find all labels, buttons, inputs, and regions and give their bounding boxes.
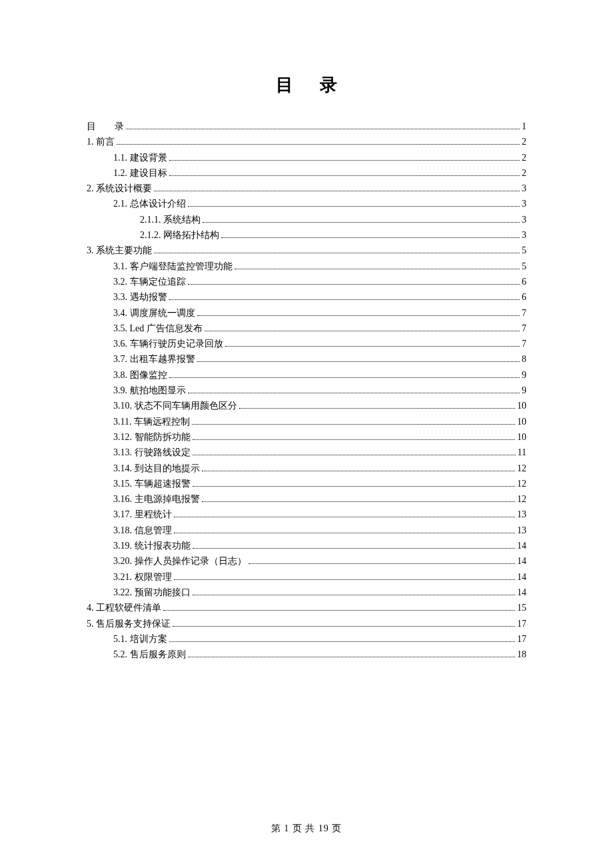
toc-entry-label: 目 录 bbox=[87, 122, 124, 131]
toc-entry-page: 14 bbox=[517, 557, 526, 566]
toc-entry[interactable]: 3.18. 信息管理13 bbox=[87, 526, 526, 535]
toc-entry-page: 3 bbox=[522, 215, 526, 225]
toc-entry[interactable]: 3.19. 统计报表功能14 bbox=[87, 541, 526, 551]
toc-entry-label: 3.19. 统计报表功能 bbox=[113, 541, 191, 551]
toc-entry[interactable]: 3.13. 行驶路线设定11 bbox=[87, 448, 526, 457]
toc-entry[interactable]: 3.2. 车辆定位追踪6 bbox=[87, 277, 526, 287]
toc-entry[interactable]: 3.9. 航拍地图显示9 bbox=[87, 386, 526, 395]
toc-entry-label: 3.7. 出租车越界报警 bbox=[113, 355, 195, 364]
toc-leader-dots bbox=[193, 595, 516, 595]
toc-entry[interactable]: 3.1. 客户端登陆监控管理功能5 bbox=[87, 262, 526, 271]
toc-entry-page: 12 bbox=[517, 495, 526, 504]
toc-leader-dots bbox=[117, 144, 520, 145]
toc-entry[interactable]: 3. 系统主要功能5 bbox=[87, 246, 526, 255]
toc-entry-page: 18 bbox=[517, 650, 526, 659]
toc-leader-dots bbox=[163, 610, 515, 611]
toc-entry[interactable]: 目 录1 bbox=[87, 122, 526, 131]
toc-entry[interactable]: 3.5. Led 广告信息发布7 bbox=[87, 324, 526, 333]
toc-entry-page: 5 bbox=[522, 246, 526, 255]
toc-entry-label: 3.9. 航拍地图显示 bbox=[113, 386, 186, 395]
toc-entry-page: 14 bbox=[517, 588, 526, 597]
toc-entry-label: 3.22. 预留功能接口 bbox=[113, 588, 191, 597]
toc-entry[interactable]: 4. 工程软硬件清单15 bbox=[87, 603, 526, 613]
toc-entry-label: 3.3. 遇劫报警 bbox=[113, 293, 167, 302]
toc-entry-page: 11 bbox=[518, 448, 526, 457]
toc-entry[interactable]: 2.1.2. 网络拓扑结构3 bbox=[87, 231, 526, 240]
toc-entry-label: 3.2. 车辆定位追踪 bbox=[113, 277, 186, 287]
toc-entry[interactable]: 3.16. 主电源掉电报警12 bbox=[87, 495, 526, 504]
toc-entry[interactable]: 1.2. 建设目标2 bbox=[87, 169, 526, 178]
toc-entry[interactable]: 5. 售后服务支持保证17 bbox=[87, 619, 526, 629]
table-of-contents: 目 录11. 前言21.1. 建设背景21.2. 建设目标22. 系统设计概要3… bbox=[87, 122, 526, 659]
toc-entry[interactable]: 3.7. 出租车越界报警8 bbox=[87, 355, 526, 364]
toc-leader-dots bbox=[235, 269, 520, 269]
toc-entry-label: 1.2. 建设目标 bbox=[113, 169, 167, 178]
toc-leader-dots bbox=[203, 222, 520, 223]
toc-entry-page: 2 bbox=[522, 169, 526, 178]
toc-entry[interactable]: 2.1. 总体设计介绍3 bbox=[87, 199, 526, 209]
toc-entry-label: 3.21. 权限管理 bbox=[113, 573, 172, 582]
toc-entry-label: 1. 前言 bbox=[87, 137, 115, 147]
toc-leader-dots bbox=[202, 471, 516, 471]
toc-entry-page: 2 bbox=[522, 153, 526, 163]
toc-leader-dots bbox=[249, 563, 516, 564]
toc-entry-page: 6 bbox=[522, 277, 526, 287]
toc-entry[interactable]: 3.10. 状态不同车辆用颜色区分10 bbox=[87, 401, 526, 411]
toc-leader-dots bbox=[174, 579, 516, 580]
toc-entry-page: 2 bbox=[522, 137, 526, 147]
toc-entry[interactable]: 3.11. 车辆远程控制10 bbox=[87, 417, 526, 427]
toc-entry-page: 17 bbox=[517, 619, 526, 629]
toc-entry-page: 8 bbox=[522, 355, 526, 364]
toc-leader-dots bbox=[225, 346, 520, 347]
toc-entry[interactable]: 1. 前言2 bbox=[87, 137, 526, 147]
toc-entry-label: 3.12. 智能防拆功能 bbox=[113, 433, 191, 442]
toc-entry-label: 4. 工程软硬件清单 bbox=[87, 603, 161, 613]
toc-entry-page: 6 bbox=[522, 293, 526, 302]
toc-entry[interactable]: 2.1.1. 系统结构3 bbox=[87, 215, 526, 225]
toc-leader-dots bbox=[205, 331, 520, 331]
toc-entry[interactable]: 2. 系统设计概要3 bbox=[87, 184, 526, 193]
toc-leader-dots bbox=[169, 299, 520, 300]
toc-entry-page: 15 bbox=[517, 603, 526, 613]
toc-entry-page: 9 bbox=[522, 371, 526, 380]
toc-leader-dots bbox=[169, 175, 520, 176]
toc-entry-label: 3.17. 里程统计 bbox=[113, 510, 172, 519]
toc-entry[interactable]: 3.14. 到达目的地提示12 bbox=[87, 464, 526, 473]
toc-entry-label: 3.5. Led 广告信息发布 bbox=[113, 324, 203, 333]
toc-entry-label: 5. 售后服务支持保证 bbox=[87, 619, 171, 629]
toc-leader-dots bbox=[188, 393, 520, 393]
toc-entry-page: 14 bbox=[517, 541, 526, 551]
toc-entry-label: 3.15. 车辆超速报警 bbox=[113, 479, 191, 489]
toc-entry-page: 10 bbox=[517, 417, 526, 427]
toc-entry[interactable]: 1.1. 建设背景2 bbox=[87, 153, 526, 163]
toc-leader-dots bbox=[169, 641, 516, 642]
toc-leader-dots bbox=[188, 657, 516, 657]
toc-entry[interactable]: 3.20. 操作人员操作记录（日志）14 bbox=[87, 557, 526, 566]
toc-entry[interactable]: 3.17. 里程统计13 bbox=[87, 510, 526, 519]
toc-leader-dots bbox=[169, 377, 520, 378]
toc-leader-dots bbox=[154, 191, 520, 191]
toc-entry[interactable]: 3.21. 权限管理14 bbox=[87, 573, 526, 582]
toc-entry[interactable]: 3.3. 遇劫报警6 bbox=[87, 293, 526, 302]
toc-entry-page: 7 bbox=[522, 324, 526, 333]
toc-entry-page: 12 bbox=[517, 464, 526, 473]
toc-entry[interactable]: 3.12. 智能防拆功能10 bbox=[87, 433, 526, 442]
toc-leader-dots bbox=[197, 361, 520, 362]
toc-leader-dots bbox=[193, 486, 516, 487]
toc-entry-page: 9 bbox=[522, 386, 526, 395]
toc-entry-page: 1 bbox=[522, 122, 526, 131]
toc-entry[interactable]: 5.1. 培训方案17 bbox=[87, 635, 526, 644]
toc-entry[interactable]: 3.6. 车辆行驶历史记录回放7 bbox=[87, 339, 526, 349]
toc-entry-label: 5.1. 培训方案 bbox=[113, 635, 167, 644]
toc-entry[interactable]: 3.8. 图像监控9 bbox=[87, 371, 526, 380]
toc-entry-label: 3.1. 客户端登陆监控管理功能 bbox=[113, 262, 233, 271]
toc-entry[interactable]: 3.15. 车辆超速报警12 bbox=[87, 479, 526, 489]
toc-entry[interactable]: 5.2. 售后服务原则18 bbox=[87, 650, 526, 659]
toc-entry-page: 3 bbox=[522, 199, 526, 209]
toc-entry-page: 13 bbox=[517, 526, 526, 535]
toc-entry-page: 3 bbox=[522, 231, 526, 240]
toc-entry[interactable]: 3.4. 调度屏统一调度7 bbox=[87, 309, 526, 318]
toc-entry-label: 3.16. 主电源掉电报警 bbox=[113, 495, 200, 504]
toc-leader-dots bbox=[173, 626, 515, 627]
toc-entry[interactable]: 3.22. 预留功能接口14 bbox=[87, 588, 526, 597]
